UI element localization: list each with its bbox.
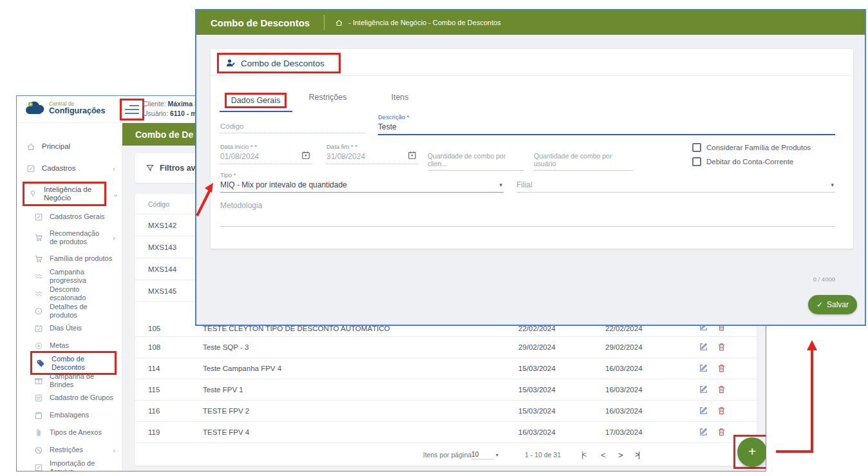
table-row[interactable]: 115 Teste FPV 1 15/03/2024 16/03/2024 [135, 379, 757, 401]
tab-itens[interactable]: Itens [364, 90, 436, 111]
sidebar-item-restricoes[interactable]: Restrições › [17, 441, 122, 459]
previous-page-button[interactable]: < [601, 450, 606, 459]
table-row[interactable]: 116 TESTE FPV 2 15/03/2024 16/03/2024 [135, 401, 757, 422]
modal-title: Combo de Descontos [196, 17, 324, 28]
app-logo: Central de Configurações [24, 101, 106, 115]
sidebar-item-cadastro-de-grupos[interactable]: Cadastro de Grupos [17, 389, 122, 406]
codigo-field[interactable]: Código [220, 122, 365, 133]
sidebar-item-familia-de-produtos[interactable]: Família de produtos [17, 250, 122, 267]
tab-restricoes[interactable]: Restrições [292, 90, 364, 111]
hamburger-menu-icon[interactable] [125, 102, 139, 117]
first-page-button[interactable]: |< [581, 450, 585, 459]
qtd-combo-usuario-field[interactable]: Quantidade de combo por usuário [534, 152, 634, 171]
screen: Central de Configurações Cliente: Máxima… [0, 0, 868, 476]
row-desc: TESTE FPV 2 [203, 407, 249, 415]
sidebar-item-label: Campanha progressiva [50, 268, 117, 284]
sidebar-item-embalagens[interactable]: Embalagens [17, 406, 122, 424]
edit-icon[interactable] [699, 385, 709, 395]
form-card: Combo de Descontos Dados Gerais Restriçõ… [211, 49, 853, 249]
calendar-icon[interactable] [301, 151, 310, 160]
save-button[interactable]: ✓ Salvar [808, 295, 857, 314]
sidebar-item-cadastros[interactable]: Cadastros › [17, 158, 122, 180]
sidebar-item-campanha-progressiva[interactable]: Campanha progressiva [17, 267, 122, 285]
tab-bar: Dados Gerais Restrições Itens [220, 90, 436, 111]
select-arrow-icon[interactable]: ▾ [496, 452, 498, 457]
sidebar-item-label: Embalagens [50, 411, 117, 419]
tab-label: Itens [391, 93, 408, 102]
data-fim-value: 31/08/2024 [326, 152, 418, 161]
tab-dados-gerais[interactable]: Dados Gerais [220, 90, 292, 111]
target-icon [33, 341, 43, 350]
card-header: Combo de Descontos [211, 49, 853, 76]
metodologia-placeholder: Metodologia [220, 201, 835, 210]
data-inicio-field[interactable]: Data inicio * * 01/08/2024 [220, 143, 312, 164]
filial-select[interactable]: Filial ▾ [516, 180, 835, 193]
tipo-select[interactable]: Tipo * MIQ - Mix por intevalo de quantid… [220, 171, 504, 193]
codigo-placeholder: Código [220, 122, 365, 130]
row-code: MXS143 [148, 243, 176, 251]
next-page-button[interactable]: > [618, 450, 623, 459]
add-button[interactable]: + [737, 437, 766, 467]
sidebar-item-label: Principal [42, 142, 117, 151]
delete-icon[interactable] [717, 427, 727, 437]
sidebar-item-inteligencia-de-negocio[interactable]: Inteligência de Negócio ⌄ [17, 180, 122, 208]
qtd-usuario-placeholder: Quantidade de combo por usuário [534, 152, 634, 167]
breadcrumb: - Inteligência de Negócio - Combo de Des… [325, 19, 501, 27]
descricao-field[interactable]: Descrição * Teste [378, 113, 835, 135]
sidebar-item-label: Combo de Descontos [52, 355, 109, 371]
sidebar-item-recomendacao-de-produtos[interactable]: Recomendação de produtos › [17, 225, 122, 250]
cart-icon [33, 254, 43, 263]
groups-icon [33, 393, 43, 403]
sidebar-item-desconto-escalonado[interactable]: Desconto escalonado [17, 285, 122, 302]
delete-icon[interactable] [717, 406, 727, 416]
table-row[interactable]: 108 Teste SQP - 3 29/02/2024 29/02/2024 [135, 337, 757, 358]
sidebar-item-importacao-de-arquivo[interactable]: Importação de Arquivo [17, 459, 122, 471]
edit-icon[interactable] [699, 406, 709, 416]
edit-icon[interactable] [699, 342, 709, 352]
edit-square-icon [26, 164, 35, 174]
inteligencia-annotation-box: Inteligência de Negócio [23, 182, 106, 206]
sidebar-item-tipos-de-anexos[interactable]: Tipos de Anexos [17, 424, 122, 441]
edit-icon[interactable] [699, 427, 709, 437]
sidebar-item-cadastros-gerais[interactable]: Cadastros Gerais [17, 208, 122, 225]
table-row[interactable]: 114 Teste Campanha FPV 4 15/03/2024 16/0… [135, 358, 757, 379]
sidebar-item-detalhes-de-produtos[interactable]: Detalhes de produtos [17, 302, 122, 319]
edit-icon[interactable] [699, 363, 709, 374]
sidebar-item-label: Cadastros Gerais [50, 213, 117, 221]
row-code: 114 [148, 365, 160, 372]
table-row[interactable]: 119 TESTE FPV 4 16/03/2024 17/03/2024 [135, 422, 757, 443]
select-arrow-icon: ▾ [499, 182, 502, 188]
column-header-codigo: Código [148, 200, 169, 208]
sidebar-item-label: Recomendação de produtos [50, 229, 106, 245]
row-code: 105 [148, 325, 160, 332]
sidebar-item-dias-uteis[interactable]: Dias Úteis [17, 319, 122, 337]
items-per-page-select[interactable]: 10 [471, 450, 495, 459]
sidebar-item-label: Dias Úteis [50, 324, 117, 332]
row-desc: TESTE FPV 4 [203, 428, 249, 436]
row-start-date: 15/03/2024 [518, 386, 556, 394]
data-fim-field[interactable]: Data fim * * 31/08/2024 [326, 143, 418, 164]
qtd-combo-cliente-field[interactable]: Quantidade de combo por clien... [428, 152, 524, 171]
delete-icon[interactable] [717, 342, 727, 352]
delete-icon[interactable] [717, 363, 727, 374]
row-code: 116 [148, 407, 160, 415]
card-title: Combo de Descontos [241, 59, 325, 68]
debitar-conta-checkbox[interactable] [692, 157, 701, 166]
waves-icon [33, 271, 43, 281]
delete-icon[interactable] [717, 385, 727, 395]
calendar-icon[interactable] [408, 151, 417, 160]
sidebar: Principal Cadastros › Inteligência de Ne… [17, 123, 122, 471]
considerar-familia-checkbox[interactable] [692, 143, 701, 152]
sidebar-item-label: Metas [50, 341, 117, 350]
sidebar-item-principal[interactable]: Principal [17, 136, 122, 158]
waves-icon [33, 289, 43, 298]
home-icon [335, 19, 343, 27]
row-start-date: 16/03/2024 [518, 428, 556, 436]
check-familia-row: Considerar Família de Produtos [692, 140, 811, 155]
row-code: 119 [148, 428, 160, 436]
metodologia-field[interactable]: Metodologia [220, 201, 835, 227]
arrow-to-add-button [776, 349, 812, 452]
gift-icon [33, 376, 43, 385]
last-page-button[interactable]: >| [635, 450, 639, 459]
sidebar-item-combo-de-descontos[interactable]: Combo de Descontos [17, 354, 122, 372]
